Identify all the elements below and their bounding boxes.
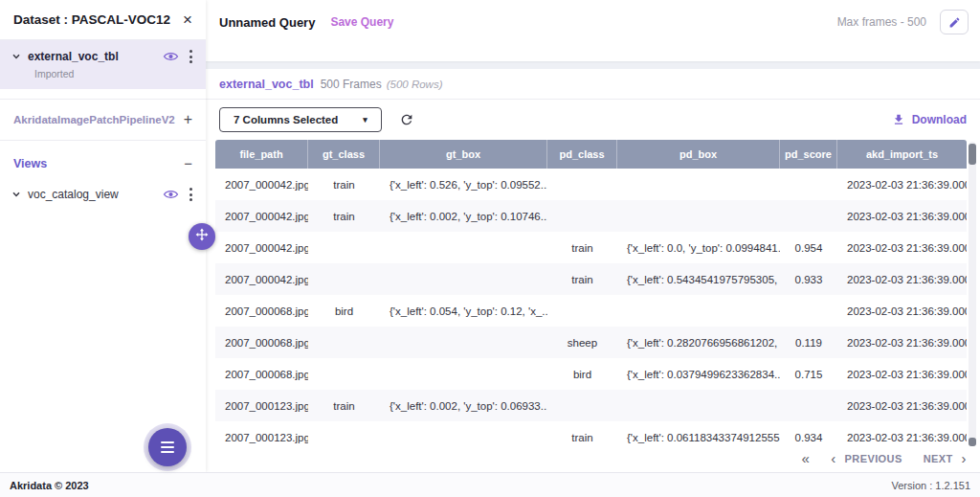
- table-cell: 0.715: [780, 369, 837, 380]
- table-row[interactable]: 2007_000042.jpgtrain{'x_left': 0.002, 'y…: [215, 200, 967, 232]
- version-text: Version : 1.2.151: [891, 480, 970, 491]
- table-cell: 0.119: [780, 337, 837, 349]
- eye-icon[interactable]: [163, 51, 179, 62]
- column-header[interactable]: akd_import_ts: [837, 140, 967, 169]
- table-cell: 2007_000042.jpg: [215, 211, 308, 222]
- columns-selected-dropdown[interactable]: 7 Columns Selected ▾: [219, 107, 382, 132]
- menu-fab-button[interactable]: [148, 428, 187, 466]
- eye-icon[interactable]: [163, 189, 179, 200]
- table-row[interactable]: 2007_000123.jpgtrain{'x_left': 0.002, 'y…: [215, 390, 967, 421]
- table-cell: {'x_left': 0.5434541975795305, '...: [617, 274, 780, 285]
- column-header[interactable]: gt_box: [380, 140, 547, 169]
- table-row[interactable]: 2007_000042.jpgtrain{'x_left': 0.526, 'y…: [215, 169, 967, 200]
- panel-title-row: external_voc_tbl 500 Frames (500 Rows): [206, 69, 980, 100]
- table-row[interactable]: 2007_000068.jpgbird{'x_left': 0.03794996…: [215, 358, 967, 390]
- kebab-menu-icon[interactable]: [186, 49, 196, 64]
- table-item-label: external_voc_tbl: [28, 50, 156, 63]
- table-row[interactable]: 2007_000042.jpgtrain{'x_left': 0.0, 'y_t…: [215, 232, 967, 263]
- chevron-down-icon[interactable]: [11, 52, 21, 61]
- footer-bar: Akridata © 2023 Version : 1.2.151: [0, 472, 980, 497]
- data-table: file_pathgt_classgt_boxpd_classpd_boxpd_…: [215, 140, 967, 446]
- move-handle-button[interactable]: [189, 223, 215, 250]
- table-cell: 2023-02-03 21:36:39.000: [837, 369, 967, 380]
- table-item-status: Imported: [34, 68, 196, 79]
- hamburger-icon: [161, 441, 174, 453]
- table-cell: 2007_000068.jpg: [215, 305, 308, 317]
- add-icon[interactable]: +: [184, 112, 192, 127]
- results-panel: external_voc_tbl 500 Frames (500 Rows) 7…: [206, 69, 980, 472]
- next-label: NEXT: [924, 453, 953, 464]
- table-cell: 2023-02-03 21:36:39.000: [837, 242, 967, 254]
- panel-table-name: external_voc_tbl: [219, 78, 314, 91]
- chevron-down-icon[interactable]: [11, 190, 21, 199]
- table-cell: bird: [308, 305, 380, 317]
- table-row[interactable]: 2007_000042.jpgtrain{'x_left': 0.5434541…: [215, 263, 967, 295]
- table-cell: 2007_000068.jpg: [215, 369, 308, 380]
- scrollbar-endcap[interactable]: [969, 438, 976, 446]
- column-header[interactable]: gt_class: [308, 140, 380, 169]
- copyright-text: Akridata © 2023: [10, 480, 89, 491]
- table-cell: 0.954: [780, 242, 837, 254]
- download-button[interactable]: Download: [892, 113, 967, 126]
- table-cell: 2007_000042.jpg: [215, 274, 308, 285]
- table-cell: 2007_000068.jpg: [215, 337, 308, 349]
- previous-page-button[interactable]: ‹ PREVIOUS: [831, 451, 902, 465]
- download-icon: [892, 113, 905, 126]
- collapse-icon[interactable]: −: [184, 156, 192, 170]
- table-body: 2007_000042.jpgtrain{'x_left': 0.526, 'y…: [215, 169, 967, 446]
- kebab-menu-icon[interactable]: [186, 187, 196, 202]
- view-item-label: voc_catalog_view: [28, 188, 156, 201]
- download-label: Download: [912, 113, 967, 126]
- first-page-button[interactable]: «: [801, 451, 810, 465]
- table-cell: {'x_left': 0.054, 'y_top': 0.12, 'x_...: [380, 305, 547, 317]
- sidebar: Dataset : PASCAL-VOC12 × external_voc_tb…: [0, 0, 206, 472]
- save-query-link[interactable]: Save Query: [330, 15, 393, 29]
- chevron-right-icon: ›: [962, 451, 967, 465]
- table-toolbar: 7 Columns Selected ▾ Download: [206, 100, 980, 140]
- pipeline-label: AkridataImagePatchPipelineV2: [13, 114, 175, 125]
- scrollbar-thumb[interactable]: [969, 144, 976, 165]
- refresh-button[interactable]: [399, 112, 414, 127]
- vertical-scrollbar[interactable]: [969, 142, 976, 446]
- table-cell: bird: [547, 369, 617, 380]
- sidebar-item-voc-catalog-view[interactable]: voc_catalog_view: [0, 178, 206, 211]
- table-header-row: file_pathgt_classgt_boxpd_classpd_boxpd_…: [215, 140, 967, 169]
- table-cell: 2023-02-03 21:36:39.000: [837, 179, 967, 191]
- table-cell: {'x_left': 0.0, 'y_top': 0.0994841...: [617, 242, 780, 254]
- move-icon: [195, 228, 209, 245]
- max-frames-label: Max frames - 500: [837, 15, 926, 29]
- table-cell: 2007_000123.jpg: [215, 400, 308, 412]
- table-cell: 2023-02-03 21:36:39.000: [837, 211, 967, 222]
- table-cell: 2023-02-03 21:36:39.000: [837, 337, 967, 349]
- rows-count: (500 Rows): [387, 79, 443, 90]
- frames-count: 500 Frames: [321, 78, 382, 91]
- table-cell: train: [308, 179, 380, 191]
- column-header[interactable]: pd_class: [547, 140, 617, 169]
- table-cell: train: [547, 242, 617, 254]
- table-cell: {'x_left': 0.526, 'y_top': 0.09552...: [380, 179, 547, 191]
- close-icon[interactable]: ×: [183, 11, 192, 28]
- column-header[interactable]: pd_score: [780, 140, 837, 169]
- table-cell: {'x_left': 0.002, 'y_top': 0.10746...: [380, 211, 547, 222]
- sidebar-item-pipeline[interactable]: AkridataImagePatchPipelineV2 +: [0, 99, 206, 141]
- next-page-button[interactable]: NEXT ›: [924, 451, 967, 465]
- table-cell: train: [308, 211, 380, 222]
- table-cell: 2007_000042.jpg: [215, 242, 308, 254]
- table-cell: train: [308, 400, 380, 412]
- table-cell: 2023-02-03 21:36:39.000: [837, 400, 967, 412]
- sidebar-item-external-voc-tbl[interactable]: external_voc_tbl Imported: [0, 40, 206, 89]
- edit-query-button[interactable]: [940, 10, 969, 34]
- table-cell: 2023-02-03 21:36:39.000: [837, 305, 967, 317]
- query-title: Unnamed Query: [219, 15, 315, 30]
- table-cell: 2007_000123.jpg: [215, 432, 308, 443]
- column-header[interactable]: file_path: [215, 140, 308, 169]
- table-cell: {'x_left': 0.2820766956861202, ...: [617, 337, 780, 349]
- table-row[interactable]: 2007_000123.jpgtrain{'x_left': 0.0611834…: [215, 421, 967, 446]
- column-header[interactable]: pd_box: [617, 140, 780, 169]
- table-row[interactable]: 2007_000068.jpgbird{'x_left': 0.054, 'y_…: [215, 295, 967, 327]
- table-cell: 0.933: [780, 274, 837, 285]
- query-bar: Unnamed Query Save Query Max frames - 50…: [206, 0, 980, 61]
- table-row[interactable]: 2007_000068.jpgsheep{'x_left': 0.2820766…: [215, 327, 967, 358]
- table-cell: {'x_left': 0.002, 'y_top': 0.06933...: [380, 400, 547, 412]
- table-cell: {'x_left': 0.0379499623362834...: [617, 369, 780, 380]
